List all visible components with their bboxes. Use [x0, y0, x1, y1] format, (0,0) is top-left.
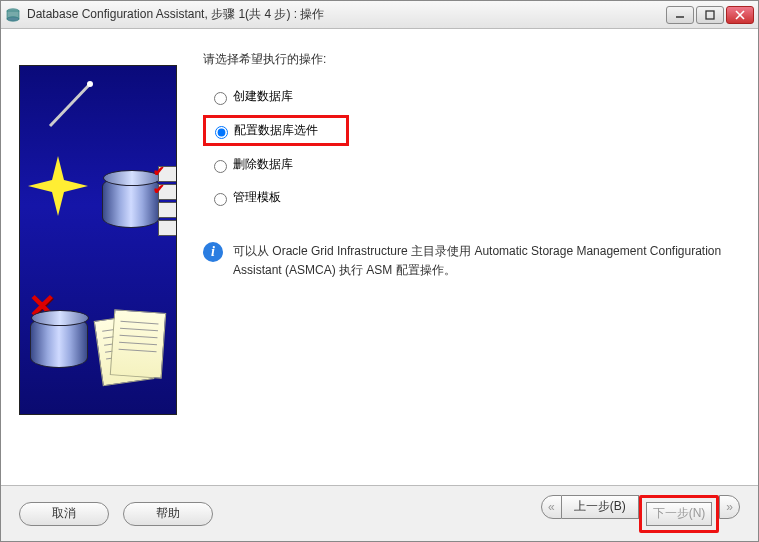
- cancel-label: 取消: [52, 505, 76, 522]
- database-icon: [102, 176, 160, 228]
- minimize-button[interactable]: [666, 6, 694, 24]
- window-title: Database Configuration Assistant, 步骤 1(共…: [27, 6, 666, 23]
- next-highlight: 下一步(N): [639, 495, 720, 533]
- app-icon: [5, 7, 21, 23]
- radio-delete-database[interactable]: 删除数据库: [203, 150, 299, 179]
- help-label: 帮助: [156, 505, 180, 522]
- nav-button-group: « 上一步(B) 下一步(N) »: [541, 495, 740, 533]
- radio-create-database[interactable]: 创建数据库: [203, 82, 299, 111]
- checklist-icon: [158, 166, 177, 238]
- svg-marker-9: [28, 156, 88, 216]
- svg-line-7: [50, 84, 90, 126]
- radio-create-label: 创建数据库: [233, 88, 293, 105]
- dbca-window: Database Configuration Assistant, 步骤 1(共…: [0, 0, 759, 542]
- help-button[interactable]: 帮助: [123, 502, 213, 526]
- radio-configure-database[interactable]: 配置数据库选件: [203, 115, 349, 146]
- radio-delete-input[interactable]: [214, 160, 227, 173]
- options-panel: 请选择希望执行的操作: 创建数据库 配置数据库选件 删除数据库 管理模板 i 可…: [177, 49, 740, 485]
- cancel-button[interactable]: 取消: [19, 502, 109, 526]
- back-button[interactable]: 上一步(B): [562, 495, 639, 519]
- wizard-graphic: ✕: [19, 65, 177, 415]
- svg-point-8: [87, 81, 93, 87]
- info-block: i 可以从 Oracle Grid Infrastructure 主目录使用 A…: [203, 242, 723, 280]
- window-controls: [666, 6, 754, 24]
- maximize-button[interactable]: [696, 6, 724, 24]
- content-area: ✕ 请选择希望执行的操作: 创建数据库 配置数据库选件 删除数据库: [1, 29, 758, 485]
- titlebar[interactable]: Database Configuration Assistant, 步骤 1(共…: [1, 1, 758, 29]
- next-label: 下一步(N): [653, 505, 706, 522]
- back-label: 上一步(B): [574, 498, 626, 515]
- database-icon: [30, 316, 88, 368]
- first-button[interactable]: «: [541, 495, 562, 519]
- prompt-text: 请选择希望执行的操作:: [203, 51, 740, 68]
- radio-configure-label: 配置数据库选件: [234, 122, 318, 139]
- radio-template-input[interactable]: [214, 193, 227, 206]
- radio-configure-input[interactable]: [215, 126, 228, 139]
- radio-manage-templates[interactable]: 管理模板: [203, 183, 287, 212]
- last-button[interactable]: »: [719, 495, 740, 519]
- radio-delete-label: 删除数据库: [233, 156, 293, 173]
- radio-template-label: 管理模板: [233, 189, 281, 206]
- footer-bar: 取消 帮助 « 上一步(B) 下一步(N) »: [1, 485, 758, 541]
- info-text: 可以从 Oracle Grid Infrastructure 主目录使用 Aut…: [233, 242, 723, 280]
- svg-point-2: [7, 16, 19, 20]
- info-icon: i: [203, 242, 223, 262]
- radio-create-input[interactable]: [214, 92, 227, 105]
- first-icon: «: [548, 500, 555, 514]
- last-icon: »: [726, 500, 733, 514]
- next-button[interactable]: 下一步(N): [646, 502, 713, 526]
- svg-rect-4: [706, 11, 714, 19]
- close-button[interactable]: [726, 6, 754, 24]
